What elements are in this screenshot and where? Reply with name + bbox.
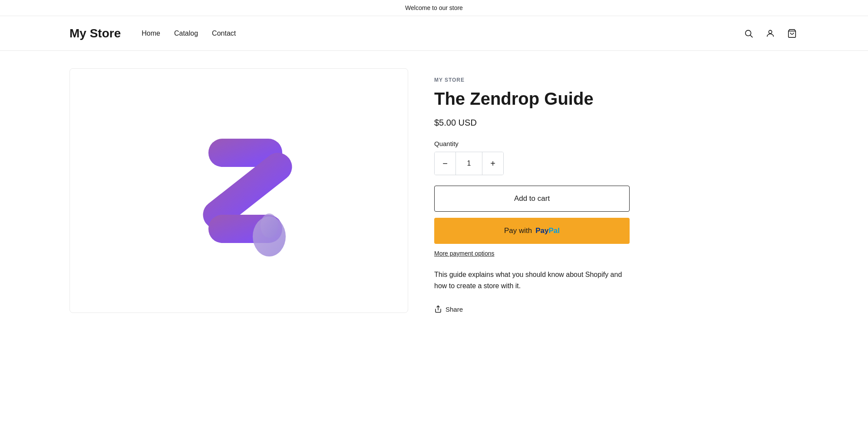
product-details: MY STORE The Zendrop Guide $5.00 USD Qua…: [434, 68, 799, 313]
share-button[interactable]: Share: [434, 305, 463, 313]
account-icon: [766, 29, 775, 38]
nav-catalog[interactable]: Catalog: [174, 30, 198, 37]
product-image-container: [69, 68, 408, 313]
search-button[interactable]: [742, 27, 755, 40]
product-image: [178, 121, 300, 260]
header-icons: [742, 27, 799, 40]
paypal-pal-text: Pal: [548, 226, 560, 235]
nav-contact[interactable]: Contact: [212, 30, 236, 37]
quantity-value: 1: [455, 152, 482, 175]
paypal-pay-text: Pay: [535, 226, 548, 235]
nav-home[interactable]: Home: [142, 30, 160, 37]
header: My Store Home Catalog Contact: [0, 16, 868, 51]
product-title: The Zendrop Guide: [434, 88, 799, 109]
account-button[interactable]: [764, 27, 777, 40]
svg-point-0: [746, 30, 751, 36]
quantity-decrease-button[interactable]: −: [435, 152, 455, 175]
paypal-brand-text: PayPal: [535, 226, 560, 235]
paypal-text-pay: Pay with: [504, 226, 532, 235]
svg-point-2: [769, 30, 772, 33]
quantity-control: − 1 +: [434, 152, 504, 175]
cart-icon: [787, 29, 797, 38]
announcement-bar: Welcome to our store: [0, 0, 868, 16]
share-icon: [434, 305, 442, 313]
cart-button[interactable]: [785, 27, 799, 40]
paypal-button[interactable]: Pay with PayPal: [434, 218, 630, 244]
search-icon: [744, 29, 753, 38]
announcement-text: Welcome to our store: [405, 4, 463, 11]
share-label: Share: [446, 306, 463, 313]
main-nav: Home Catalog Contact: [142, 30, 742, 37]
svg-point-7: [261, 213, 278, 238]
add-to-cart-button[interactable]: Add to cart: [434, 186, 630, 212]
product-brand: MY STORE: [434, 77, 799, 83]
main-content: MY STORE The Zendrop Guide $5.00 USD Qua…: [0, 51, 868, 330]
quantity-label: Quantity: [434, 140, 799, 147]
more-payment-button[interactable]: More payment options: [434, 250, 495, 257]
svg-line-1: [750, 35, 752, 37]
minus-icon: −: [442, 159, 448, 169]
plus-icon: +: [490, 159, 495, 169]
store-name[interactable]: My Store: [69, 27, 121, 40]
product-price: $5.00 USD: [434, 118, 799, 128]
quantity-increase-button[interactable]: +: [482, 152, 503, 175]
product-description: This guide explains what you should know…: [434, 269, 630, 291]
